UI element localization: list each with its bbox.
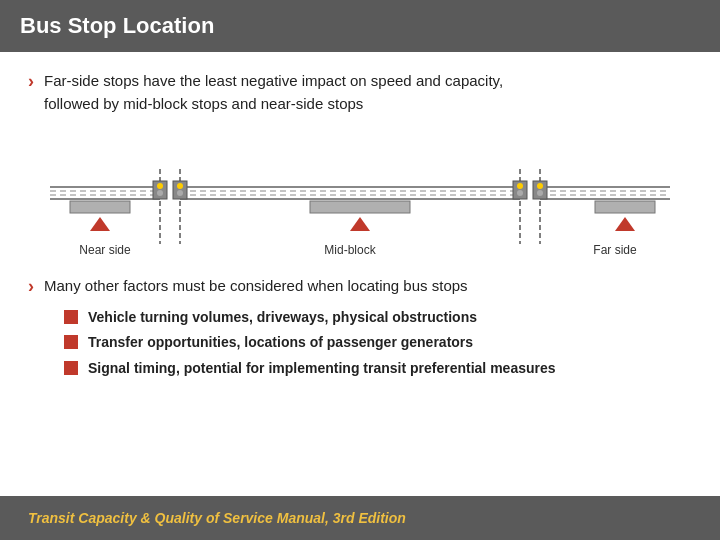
bullet-text-2: Many other factors must be considered wh…	[44, 275, 468, 298]
sub-bullet-marker-3	[64, 361, 78, 375]
sub-bullet-3: Signal timing, potential for implementin…	[64, 359, 692, 379]
sub-bullet-marker-2	[64, 335, 78, 349]
main-content: › Far-side stops have the least negative…	[0, 52, 720, 496]
svg-marker-31	[615, 217, 635, 231]
footer: Transit Capacity & Quality of Service Ma…	[0, 496, 720, 540]
svg-text:Near side: Near side	[79, 243, 131, 257]
bus-stop-diagram: Near side Mid-block	[40, 129, 680, 259]
sub-bullet-1: Vehicle turning volumes, driveways, phys…	[64, 308, 692, 328]
svg-point-9	[157, 190, 163, 196]
sub-bullet-marker-1	[64, 310, 78, 324]
bullet-text-1: Far-side stops have the least negative i…	[44, 70, 503, 115]
diagram-container: Near side Mid-block	[28, 129, 692, 259]
svg-rect-15	[310, 201, 410, 213]
sub-bullets: Vehicle turning volumes, driveways, phys…	[64, 308, 692, 379]
svg-marker-16	[350, 217, 370, 231]
svg-point-35	[537, 190, 543, 196]
svg-text:Far side: Far side	[593, 243, 637, 257]
sub-bullet-2: Transfer opportunities, locations of pas…	[64, 333, 692, 353]
page-title: Bus Stop Location	[20, 13, 214, 39]
svg-rect-30	[595, 201, 655, 213]
svg-point-21	[177, 190, 183, 196]
svg-point-20	[177, 183, 183, 189]
svg-marker-5	[90, 217, 110, 231]
footer-text: Transit Capacity & Quality of Service Ma…	[28, 510, 406, 526]
bullet-item-1: › Far-side stops have the least negative…	[28, 70, 692, 115]
bullet-item-2: › Many other factors must be considered …	[28, 275, 692, 298]
sub-bullet-text-3: Signal timing, potential for implementin…	[88, 359, 556, 379]
chevron-icon-1: ›	[28, 71, 34, 92]
chevron-icon-2: ›	[28, 276, 34, 297]
sub-bullet-text-2: Transfer opportunities, locations of pas…	[88, 333, 473, 353]
svg-point-23	[517, 183, 523, 189]
sub-bullet-text-1: Vehicle turning volumes, driveways, phys…	[88, 308, 477, 328]
svg-rect-4	[70, 201, 130, 213]
header: Bus Stop Location	[0, 0, 720, 52]
svg-point-24	[517, 190, 523, 196]
svg-point-34	[537, 183, 543, 189]
svg-text:Mid-block: Mid-block	[324, 243, 376, 257]
svg-point-8	[157, 183, 163, 189]
